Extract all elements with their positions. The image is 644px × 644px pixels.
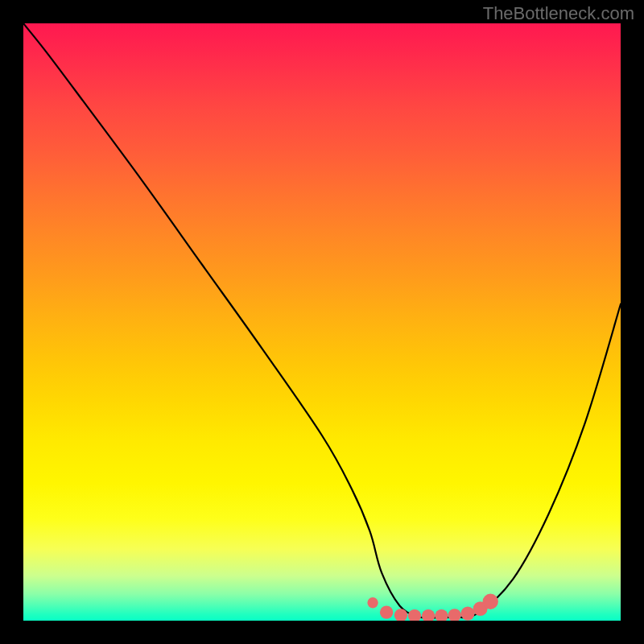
chart-marker xyxy=(435,609,448,621)
chart-marker xyxy=(380,605,393,618)
chart-marker xyxy=(461,607,475,621)
chart-plot-area xyxy=(23,23,621,621)
chart-svg xyxy=(23,23,621,621)
watermark-text: TheBottleneck.com xyxy=(483,3,634,24)
chart-marker xyxy=(367,597,378,608)
chart-frame: TheBottleneck.com xyxy=(0,0,644,644)
chart-marker xyxy=(448,609,461,621)
marker-group xyxy=(367,594,497,621)
chart-marker xyxy=(408,609,421,621)
bottleneck-curve xyxy=(23,23,621,618)
chart-marker xyxy=(422,609,435,621)
chart-marker xyxy=(483,594,498,609)
